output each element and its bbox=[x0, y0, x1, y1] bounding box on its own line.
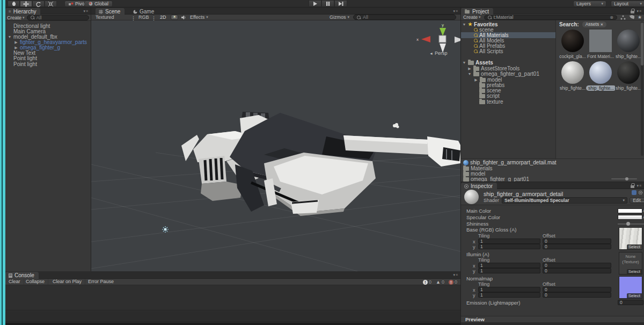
base-texture-thumbnail[interactable]: Select bbox=[619, 227, 642, 250]
hierarchy-create-button[interactable]: Create ▾ bbox=[7, 15, 25, 20]
project-search[interactable]: ⊗ bbox=[484, 15, 617, 20]
select-texture-button[interactable]: Select bbox=[627, 269, 642, 274]
main-color-swatch[interactable] bbox=[618, 208, 642, 213]
base-offset-x-field[interactable]: 0 bbox=[543, 239, 611, 244]
hierarchy-search-input[interactable] bbox=[36, 15, 85, 20]
foldout-expanded-icon[interactable]: ▼ bbox=[462, 60, 466, 66]
asset-label-selected[interactable]: ship_fighte... bbox=[586, 85, 615, 91]
scene-audio-button[interactable] bbox=[181, 15, 186, 20]
hand-tool-button[interactable] bbox=[8, 1, 20, 7]
scene-search[interactable] bbox=[353, 15, 456, 20]
pause-button[interactable] bbox=[321, 0, 334, 7]
rotate-tool-button[interactable] bbox=[32, 1, 45, 7]
axis-y-cone[interactable] bbox=[440, 28, 446, 36]
illumin-tiling-y-field[interactable]: 1 bbox=[478, 268, 540, 273]
move-tool-button[interactable] bbox=[20, 1, 32, 7]
close-icon[interactable]: ✕ bbox=[601, 23, 604, 26]
asset-label[interactable]: ship_fighte... bbox=[614, 85, 643, 91]
render-channel-dropdown[interactable]: RGB bbox=[138, 15, 149, 20]
hierarchy-search[interactable] bbox=[27, 15, 89, 20]
console-log-list[interactable] bbox=[5, 285, 460, 310]
layout-dropdown[interactable]: Layout ▾ bbox=[611, 1, 644, 7]
asset-label[interactable]: ship_fighte... bbox=[614, 54, 643, 59]
shader-dropdown[interactable]: Self-Illumin/Bumped Specular ▾ bbox=[502, 197, 627, 204]
edit-shader-button[interactable]: Edit... bbox=[630, 197, 644, 204]
orientation-gizmo[interactable] bbox=[421, 28, 460, 53]
panel-menu-icon[interactable]: ▾≡ bbox=[453, 273, 458, 277]
console-error-pause-toggle[interactable]: Error Pause bbox=[85, 279, 117, 285]
asset-label[interactable]: Font Materi... bbox=[586, 54, 615, 59]
effects-dropdown[interactable]: Effects ▾ bbox=[190, 15, 208, 20]
axis-x-cone[interactable] bbox=[421, 36, 430, 42]
asset-thumbnail-ship-fighter-2[interactable] bbox=[561, 61, 584, 84]
project-create-button[interactable]: Create ▾ bbox=[463, 15, 481, 20]
shininess-slider[interactable] bbox=[618, 223, 644, 225]
illumin-offset-y-field[interactable]: 0 bbox=[543, 268, 611, 273]
console-collapse-toggle[interactable]: Collapse bbox=[23, 279, 48, 285]
normalmap-tiling-x-field[interactable]: 1 bbox=[478, 287, 540, 292]
normalmap-offset-y-field[interactable]: 0 bbox=[543, 292, 611, 298]
step-button[interactable] bbox=[334, 0, 347, 7]
label-tag-icon[interactable] bbox=[629, 15, 634, 20]
panel-menu-icon[interactable]: ▾≡ bbox=[636, 9, 642, 13]
assets-root[interactable]: ▼ Assets bbox=[461, 60, 555, 66]
clear-search-icon[interactable]: ⊗ bbox=[610, 15, 613, 20]
base-tiling-x-field[interactable]: 1 bbox=[478, 239, 540, 244]
scene-lighting-button[interactable]: ☀ bbox=[171, 15, 178, 20]
folder-script[interactable]: script bbox=[461, 93, 555, 99]
asset-thumbnail-font-material[interactable] bbox=[589, 30, 612, 52]
illumin-offset-x-field[interactable]: 0 bbox=[543, 263, 611, 268]
scene-search-input[interactable] bbox=[363, 15, 452, 20]
global-toggle-button[interactable]: Global bbox=[84, 1, 113, 7]
point-light-gizmo[interactable] bbox=[162, 226, 169, 233]
console-clear-on-play-toggle[interactable]: Clear on Play bbox=[49, 279, 85, 285]
base-offset-y-field[interactable]: 0 bbox=[543, 244, 611, 249]
illumin-texture-slot[interactable]: None (Texture) Select bbox=[619, 252, 642, 275]
thumbnail-size-slider[interactable] bbox=[611, 178, 637, 179]
tab-console[interactable]: Console bbox=[5, 272, 39, 279]
normalmap-texture-thumbnail[interactable]: Select bbox=[619, 276, 642, 299]
light-probe-gizmo[interactable] bbox=[393, 123, 399, 128]
scene-viewport[interactable]: y x ◄ Persp bbox=[91, 20, 460, 271]
error-count-toggle[interactable]: ! 0 bbox=[449, 279, 457, 285]
normalmap-tiling-y-field[interactable]: 1 bbox=[478, 292, 540, 298]
favorite-star-icon[interactable]: ★ bbox=[638, 15, 642, 20]
hierarchy-item-point-light-1[interactable]: Point light bbox=[5, 55, 91, 61]
foldout-expanded-icon[interactable]: ▼ bbox=[467, 71, 472, 77]
specular-color-swatch[interactable] bbox=[618, 215, 642, 220]
gizmos-dropdown[interactable]: Gizmos ▾ bbox=[330, 15, 349, 20]
normalmap-offset-x-field[interactable]: 0 bbox=[543, 287, 611, 292]
lock-icon[interactable] bbox=[631, 11, 634, 13]
info-count-toggle[interactable]: ! 0 bbox=[423, 279, 431, 285]
spaceship-model[interactable] bbox=[181, 112, 460, 216]
asset-label[interactable]: cockpit_gla... bbox=[558, 54, 587, 59]
layers-dropdown[interactable]: Layers ▾ bbox=[573, 1, 606, 7]
project-search-input[interactable] bbox=[494, 15, 608, 20]
search-scope-pill[interactable]: Assets ✕ bbox=[582, 21, 607, 27]
panel-menu-icon[interactable]: ▾≡ bbox=[636, 184, 642, 188]
folder-omega-fighter[interactable]: ▼omega_fighter_g_part01 bbox=[461, 71, 555, 77]
panel-menu-icon[interactable]: ▾≡ bbox=[83, 9, 89, 13]
favorite-item-all-scripts[interactable]: All Scripts bbox=[461, 48, 555, 54]
lock-icon[interactable] bbox=[631, 185, 634, 188]
toggle-2d-button[interactable]: 2D bbox=[160, 15, 166, 20]
select-texture-button[interactable]: Select bbox=[627, 244, 642, 249]
asset-thumbnail-cockpit-glass[interactable] bbox=[561, 30, 584, 52]
persp-toggle[interactable]: ◄ Persp bbox=[429, 50, 447, 56]
axis-z-cone[interactable] bbox=[455, 37, 460, 43]
panel-menu-icon[interactable]: ▾≡ bbox=[453, 9, 458, 13]
asset-thumbnail-ship-fighter-selected[interactable] bbox=[589, 61, 612, 84]
hierarchy-item-point-light-2[interactable]: Point light bbox=[5, 61, 91, 67]
subassets-icon[interactable] bbox=[620, 15, 626, 20]
play-button[interactable] bbox=[309, 0, 321, 7]
draw-mode-dropdown[interactable]: Textured bbox=[96, 15, 114, 20]
asset-thumbnail-ship-fighter-3[interactable] bbox=[617, 61, 640, 84]
asset-thumbnail-ship-fighter-1[interactable] bbox=[617, 30, 640, 52]
emission-field[interactable]: 0 bbox=[618, 300, 643, 305]
select-texture-button[interactable]: Select bbox=[627, 293, 642, 298]
path-item-material[interactable]: ship_fighter_g_armorpart_detail.mat bbox=[461, 160, 644, 165]
illumin-tiling-x-field[interactable]: 1 bbox=[478, 263, 540, 268]
warning-count-toggle[interactable]: ▲ 0 bbox=[436, 279, 444, 285]
gear-icon[interactable] bbox=[638, 190, 643, 195]
project-scrollbar[interactable] bbox=[641, 21, 643, 156]
